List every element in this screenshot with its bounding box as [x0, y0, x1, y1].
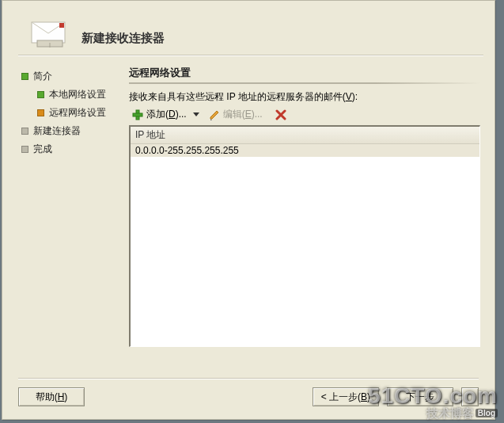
delete-button[interactable]	[272, 109, 290, 121]
step-bullet-icon	[21, 128, 28, 135]
footer-separator	[18, 378, 479, 379]
step-finish[interactable]: 完成	[21, 140, 123, 158]
step-local-network[interactable]: 本地网络设置	[21, 86, 123, 104]
step-label: 完成	[33, 143, 52, 156]
dialog-footer: 帮助(H) < 上一步(B) 下一步	[2, 378, 495, 419]
step-label: 远程网络设置	[49, 106, 106, 120]
wizard-steps-nav: 简介 本地网络设置 远程网络设置 新建连接器 完成	[2, 63, 129, 357]
ip-range-list[interactable]: IP 地址 0.0.0.0-255.255.255.255	[129, 125, 480, 347]
list-item[interactable]: 0.0.0.0-255.255.255.255	[131, 144, 479, 157]
step-bullet-icon	[21, 73, 28, 80]
svg-rect-5	[133, 113, 142, 116]
step-create-connector[interactable]: 新建连接器	[21, 122, 123, 140]
step-bullet-icon	[37, 91, 44, 98]
help-button[interactable]: 帮助(H)	[18, 387, 85, 406]
step-bullet-icon	[21, 146, 28, 153]
edit-button[interactable]: 编辑(E)...	[206, 107, 266, 122]
svg-rect-1	[59, 23, 64, 28]
page-content: 远程网络设置 接收来自具有这些远程 IP 地址的远程服务器的邮件(V): 添加(…	[129, 63, 495, 357]
prompt-label: 接收来自具有这些远程 IP 地址的远程服务器的邮件(V):	[129, 90, 480, 104]
header-separator	[18, 55, 483, 56]
cancel-button[interactable]	[461, 387, 479, 406]
dialog-title: 新建接收连接器	[81, 31, 165, 46]
step-label: 简介	[33, 70, 52, 83]
step-label: 新建连接器	[33, 124, 81, 138]
list-column-header[interactable]: IP 地址	[131, 127, 479, 144]
mail-connector-icon	[31, 21, 69, 48]
add-button[interactable]: 添加(D)...	[129, 107, 190, 122]
step-intro[interactable]: 简介	[21, 67, 123, 86]
plus-icon	[132, 109, 143, 120]
section-separator	[129, 82, 480, 84]
svg-marker-6	[210, 111, 218, 119]
next-button[interactable]: 下一步	[387, 387, 453, 406]
step-label: 本地网络设置	[49, 88, 106, 101]
add-dropdown-caret-icon[interactable]	[193, 112, 199, 116]
pencil-icon	[209, 109, 220, 120]
x-delete-icon	[275, 109, 286, 120]
list-toolbar: 添加(D)... 编辑(E)...	[129, 107, 480, 125]
step-bullet-icon	[37, 109, 44, 116]
dialog-header: 新建接收连接器	[2, 1, 495, 56]
section-title: 远程网络设置	[129, 63, 480, 82]
wizard-dialog: 新建接收连接器 简介 本地网络设置 远程网络设置 新建连接器 完成	[2, 0, 495, 420]
list-empty-area	[131, 157, 479, 346]
step-remote-network[interactable]: 远程网络设置	[21, 104, 123, 122]
dialog-body: 简介 本地网络设置 远程网络设置 新建连接器 完成 远程网络设置	[2, 56, 495, 357]
back-button[interactable]: < 上一步(B)	[313, 387, 379, 406]
